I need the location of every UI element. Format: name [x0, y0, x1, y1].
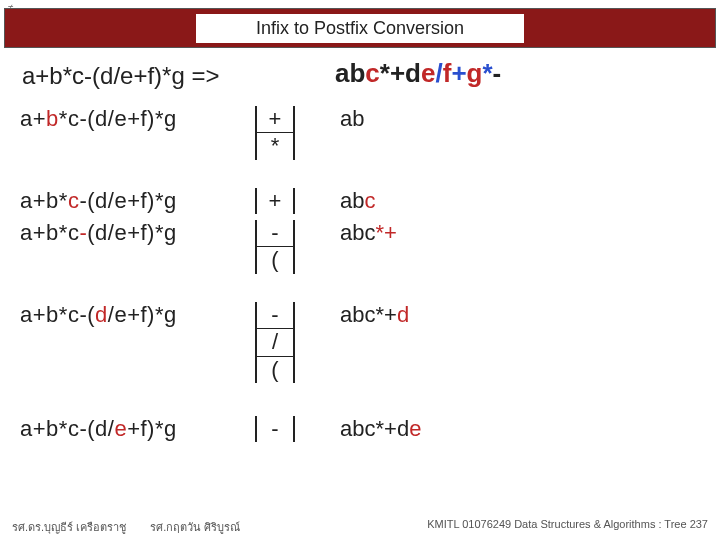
- infix-expression: a+b*c-(d/e+f)*g: [20, 302, 177, 328]
- result-fragment: e: [421, 58, 435, 88]
- stack-cell: -: [257, 416, 293, 442]
- infix-expression: a+b*c-(d/e+f)*g: [20, 106, 177, 132]
- infix-expression: a+b*c-(d/e+f)*g: [20, 188, 177, 214]
- stack-cell: -: [257, 220, 293, 247]
- result-fragment: g: [467, 58, 483, 88]
- slide-footer: รศ.ดร.บุญธีร์ เครือตราชู รศ.กฤตวัน ศิริบ…: [0, 518, 720, 536]
- result-fragment: ab: [335, 58, 365, 88]
- source-expression: a+b*c-(d/e+f)*g =>: [22, 62, 219, 90]
- result-fragment: c: [365, 58, 379, 88]
- result-fragment: *+d: [380, 58, 421, 88]
- stack-cell: +: [257, 188, 293, 214]
- postfix-partial: abc: [340, 188, 375, 214]
- slide-title: Infix to Postfix Conversion: [196, 14, 524, 43]
- stack-cell: -: [257, 302, 293, 329]
- result-fragment: *: [482, 58, 492, 88]
- stack-cell: +: [257, 106, 293, 133]
- title-bar: Infix to Postfix Conversion: [4, 8, 716, 48]
- author-2: รศ.กฤตวัน ศิริบูรณ์: [150, 518, 240, 536]
- operator-stack: +: [255, 188, 295, 214]
- stack-cell: *: [257, 133, 293, 159]
- operator-stack: -: [255, 416, 295, 442]
- author-1: รศ.ดร.บุญธีร์ เครือตราชู: [12, 518, 126, 536]
- stack-cell: (: [257, 357, 293, 383]
- result-fragment: +: [451, 58, 466, 88]
- stack-cell: /: [257, 329, 293, 356]
- infix-expression: a+b*c-(d/e+f)*g: [20, 416, 177, 442]
- postfix-partial: ab: [340, 106, 364, 132]
- infix-expression: a+b*c-(d/e+f)*g: [20, 220, 177, 246]
- operator-stack: -(: [255, 220, 295, 274]
- course-info: KMITL 01076249 Data Structures & Algorit…: [427, 518, 708, 536]
- stack-cell: (: [257, 247, 293, 273]
- operator-stack: -/(: [255, 302, 295, 383]
- final-postfix: abc*+de/f+g*-: [335, 58, 501, 89]
- postfix-partial: abc*+: [340, 220, 397, 246]
- operator-stack: +*: [255, 106, 295, 160]
- result-fragment: -: [493, 58, 502, 88]
- postfix-partial: abc*+de: [340, 416, 421, 442]
- postfix-partial: abc*+d: [340, 302, 409, 328]
- result-fragment: /: [435, 58, 442, 88]
